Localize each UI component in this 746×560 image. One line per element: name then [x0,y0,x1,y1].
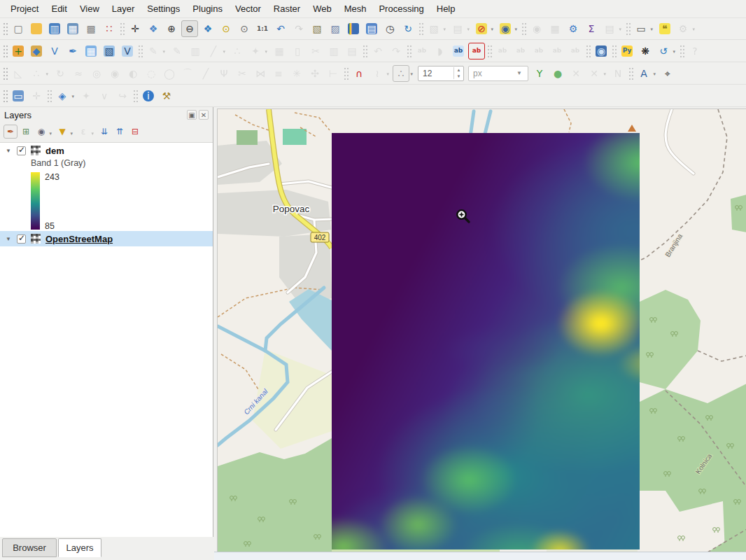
new-print-layout-icon[interactable]: ▦ [64,20,81,37]
delete-part-icon[interactable]: ◯ [161,65,178,82]
toggle-editing-icon[interactable]: ✎ [169,43,185,59]
zoom-full-extent-icon[interactable]: ❖ [199,20,216,37]
measure-icon[interactable]: ▭▾ [633,20,649,37]
collapse-all-icon[interactable]: ⇈ [113,125,127,139]
delete-selected-icon[interactable]: ▯ [289,43,306,59]
open-data-source-manager-icon[interactable]: + [10,43,27,59]
dropdown-arrow-icon[interactable]: ▾ [692,27,695,32]
panel-float-icon[interactable]: ▣ [187,110,197,120]
dropdown-arrow-icon[interactable]: ▾ [223,49,225,55]
processing-toolbox-icon[interactable]: ⚙ [565,20,582,37]
dropdown-arrow-icon[interactable]: ▾ [91,131,94,136]
zoom-last-icon[interactable]: ↶ [272,20,289,37]
filter-by-expression-icon[interactable]: ε▾ [76,125,90,139]
move-diagram-icon[interactable]: ↪ [114,88,131,104]
select-features-by-value-icon[interactable]: ▤▾ [449,20,466,37]
snapping-tolerance[interactable]: 12▲▼ [418,66,464,81]
enable-tracing-icon[interactable]: ≀▾ [369,65,386,82]
open-project-icon[interactable] [28,20,45,37]
paste-features-icon[interactable]: ▤ [344,43,360,59]
expand-arrow-icon[interactable]: ▼ [6,148,13,154]
zoom-next-icon[interactable]: ↷ [290,20,307,37]
zoom-to-selection-icon[interactable]: ⊙ [218,20,234,37]
reshape-features-icon[interactable]: ╱ [197,65,214,82]
label-options-disabled-icon[interactable]: ab [414,43,430,59]
new-3d-map-view-icon[interactable]: ▨ [327,20,344,37]
identify-features-icon[interactable]: ◉ [528,20,545,37]
topological-editing-icon[interactable]: Y [531,65,548,82]
move-label-and-diagram-icon[interactable]: ▭ [10,88,27,104]
attributes-dock-icon[interactable]: ▤▾ [601,20,618,37]
layer-row-dem[interactable]: ▼ dem [0,143,213,158]
filter-legend-icon[interactable]: ▼▾ [55,125,69,139]
new-project-icon[interactable]: ▢ [10,20,27,37]
layer-diagram-options-icon[interactable]: ab [468,43,485,59]
redo-icon[interactable]: ↷ [388,43,404,59]
zoom-to-layer-icon[interactable]: ⊙ [236,20,253,37]
osm-layer-label[interactable]: OpenStreetMap [45,234,113,244]
merge-attributes-icon[interactable]: ≡ [270,65,287,82]
style-manager-icon[interactable]: ∷ [101,20,118,37]
menu-view[interactable]: View [73,1,106,16]
zoom-native-resolution-icon[interactable]: 1:1 [254,20,271,37]
expand-arrow-icon[interactable]: ▼ [6,236,13,242]
delete-ring-icon[interactable]: ◌ [143,65,160,82]
help-contents-icon[interactable]: ? [687,43,703,59]
menu-vector[interactable]: Vector [229,1,267,16]
dropdown-arrow-icon[interactable]: ▾ [467,27,470,32]
pan-map-icon[interactable]: ✛ [127,20,143,37]
dropdown-arrow-icon[interactable]: ▾ [162,49,165,55]
undo-icon[interactable]: ↶ [370,43,386,59]
pin-unpin-labels-icon[interactable]: ab [494,43,511,59]
menu-raster[interactable]: Raster [267,1,307,16]
open-attribute-table-icon[interactable]: ▦ [547,20,563,37]
dropdown-arrow-icon[interactable]: ▾ [514,27,517,32]
refresh-map-icon[interactable]: ↻ [400,20,416,37]
new-mesh-layer-icon[interactable]: ▧ [101,43,118,59]
dropdown-arrow-icon[interactable]: ▾ [386,71,389,77]
show-statistical-summary-icon[interactable]: Σ [583,20,600,37]
modify-attributes-icon[interactable]: ▦ [271,43,288,59]
dem-visibility-checkbox[interactable] [17,146,26,155]
new-virtual-layer-icon[interactable]: ▦ [83,43,99,59]
snapping-unit[interactable]: px▼ [468,66,528,81]
open-layer-styling-icon[interactable]: ✒ [3,125,17,139]
metasearch-icon[interactable]: ◉ [593,43,610,59]
geometry-checker-icon[interactable]: N [610,65,626,82]
avoid-overlap-on-layer-icon[interactable]: ● [549,65,566,82]
menu-web[interactable]: Web [307,1,338,16]
dropdown-arrow-icon[interactable]: ▾ [619,27,621,32]
layer-labeling-options-icon[interactable]: ab [450,43,467,59]
save-project-icon[interactable]: ▥ [46,20,63,37]
text-annotation-icon[interactable]: A▾ [635,65,652,82]
menu-project[interactable]: Project [4,1,45,16]
map-tips-icon[interactable]: ❝ [656,20,673,37]
dropdown-arrow-icon[interactable]: ▾ [45,71,48,77]
new-gpx-layer-icon[interactable]: V [119,43,136,59]
rotate-point-symbols-icon[interactable]: ✳ [288,65,305,82]
new-geopackage-layer-icon[interactable]: ◆ [28,43,45,59]
save-layer-edits-icon[interactable]: ▥ [187,43,204,59]
edit-annotation-icon[interactable]: ⌖ [659,65,676,82]
new-shapefile-layer-icon[interactable]: V [46,43,63,59]
deselect-features-icon[interactable]: ⊘▾ [473,20,490,37]
temporal-controller-icon[interactable]: ◷ [381,20,398,37]
snap-mode-icon[interactable]: ✕▾ [586,65,603,82]
processing-history-icon[interactable]: ↺▾ [655,43,672,59]
rotate-label-icon[interactable]: ab [549,43,565,59]
zoom-out-icon[interactable]: ⊖ [181,20,198,37]
osm-visibility-checkbox[interactable] [17,234,26,244]
panel-close-icon[interactable]: ✕ [199,110,209,120]
add-part-icon[interactable]: ◉ [106,65,123,82]
fill-ring-icon[interactable]: ◐ [125,65,141,82]
menu-edit[interactable]: Edit [45,1,73,16]
dropdown-arrow-icon[interactable]: ▾ [70,131,73,136]
dropdown-arrow-icon[interactable]: ▾ [653,71,656,77]
menu-settings[interactable]: Settings [141,1,186,16]
cad-tools-icon[interactable]: ◺ [10,65,27,82]
cut-features-icon[interactable]: ✂ [307,43,324,59]
copy-features-icon[interactable]: ▥ [325,43,342,59]
merge-features-icon[interactable]: ⋈ [252,65,269,82]
menu-layer[interactable]: Layer [106,1,141,16]
menu-plugins[interactable]: Plugins [186,1,229,16]
